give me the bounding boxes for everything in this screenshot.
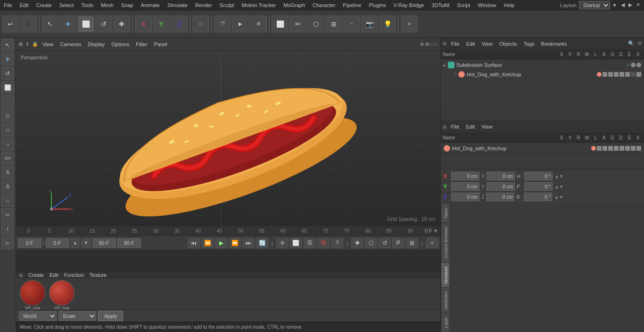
sidebar-magnet[interactable]: ⌇	[1, 222, 14, 235]
transform-tool[interactable]: ✚	[113, 16, 130, 32]
sidebar-texture[interactable]: S	[1, 166, 14, 179]
apply-button[interactable]: Apply	[98, 311, 124, 321]
obj-bookmarks-menu[interactable]: Bookmarks	[539, 40, 569, 48]
timeline-track[interactable]	[16, 250, 440, 272]
menu-mesh[interactable]: Mesh	[97, 1, 117, 9]
loop-btn[interactable]: 🔄	[256, 238, 268, 248]
menu-character[interactable]: Character	[309, 1, 339, 9]
sidebar-scale[interactable]: ⬜	[1, 81, 14, 94]
sidebar-edges[interactable]: ⬡	[1, 109, 14, 122]
current-frame-input[interactable]	[18, 238, 41, 248]
attr-hotdog-row[interactable]: Hot_Dog_with_Ketchup	[442, 144, 643, 154]
world-select[interactable]: World	[19, 311, 57, 321]
array-tool[interactable]: ⊞	[325, 16, 342, 32]
play-btn[interactable]: ▶	[215, 238, 227, 248]
sidebar-move[interactable]: ✛	[1, 53, 14, 66]
obj-subdivision-item[interactable]: ▸ Subdivision Surface ✓	[442, 60, 643, 70]
attr-edit-menu[interactable]: Edit	[464, 123, 477, 130]
attr-tag5[interactable]	[619, 146, 624, 151]
coord-x-size[interactable]	[487, 172, 515, 180]
axis-y[interactable]: Y	[153, 16, 170, 32]
multi-key-tool[interactable]: ⊞	[406, 238, 418, 248]
poly-tool[interactable]: ⬡	[307, 16, 324, 32]
coord-z-size[interactable]	[486, 193, 514, 201]
layout-close[interactable]: ✕	[634, 2, 642, 8]
view-menu[interactable]: View	[41, 40, 56, 48]
menu-render[interactable]: Render	[191, 1, 216, 9]
obj-hotdog-item[interactable]: └ Hot_Dog_with_Ketchup	[442, 70, 643, 79]
obj-hotdog-dot-orange[interactable]	[597, 72, 602, 77]
attr-tag1[interactable]	[597, 146, 602, 151]
object-mode[interactable]: □	[192, 16, 209, 32]
viewport-canvas[interactable]: Perspective Grid Spacing : 10 cm Z X Y	[16, 51, 440, 226]
material-ball-2[interactable]	[49, 280, 74, 306]
cube-object[interactable]: ⬜	[272, 16, 289, 32]
sidebar-polygon[interactable]: □	[1, 123, 14, 137]
menu-mograph[interactable]: MoGraph	[280, 1, 309, 9]
attr-expand[interactable]: ⊠	[443, 124, 446, 130]
sidebar-pointer[interactable]: ↖	[1, 39, 14, 52]
render-settings[interactable]: ⚙	[250, 16, 267, 32]
axis-x[interactable]: X	[135, 16, 152, 32]
coord-p-rot[interactable]	[524, 182, 553, 191]
obj-edit-menu[interactable]: Edit	[464, 40, 477, 48]
obj-expand[interactable]: ⊠	[443, 41, 446, 46]
obj-hotdog-tag2[interactable]	[608, 72, 613, 77]
sidebar-uvw[interactable]: UV	[1, 152, 14, 165]
obj-dot-gray2[interactable]	[636, 63, 641, 67]
tab-takes[interactable]: Takes	[441, 203, 449, 223]
menu-plugins[interactable]: Plugins	[365, 1, 389, 9]
menu-file[interactable]: File	[0, 1, 16, 9]
viewport-expand[interactable]: ⊠	[19, 41, 23, 47]
obj-hotdog-tag5[interactable]	[625, 72, 630, 77]
menu-snap[interactable]: Snap	[117, 1, 137, 9]
move-tool[interactable]: ✛	[59, 16, 76, 32]
next-frame-btn[interactable]: ⏩	[229, 238, 241, 248]
attr-tag7[interactable]	[631, 146, 636, 151]
coord-z-pos[interactable]	[451, 193, 479, 201]
sidebar-knife[interactable]: ✂	[1, 208, 14, 221]
tab-layer[interactable]: Layer	[441, 313, 449, 332]
timeline-view-btn[interactable]: ≡	[426, 238, 438, 248]
panel-menu[interactable]: Panel	[152, 40, 169, 48]
redo-button[interactable]: ⬛	[20, 16, 37, 32]
menu-3dtoall[interactable]: 3DToAll	[428, 1, 453, 9]
coord-b-rot[interactable]	[524, 193, 552, 201]
frame-down-btn[interactable]: ▼	[82, 238, 91, 248]
menu-pipeline[interactable]: Pipeline	[339, 1, 365, 9]
coord-b-arrow[interactable]: ▲▼	[554, 194, 563, 200]
coord-y-pos[interactable]	[451, 182, 479, 191]
layout-forward[interactable]: ▶	[627, 2, 634, 8]
end-frame-input[interactable]	[92, 238, 116, 248]
coord-y-size[interactable]	[487, 182, 515, 191]
rotate-tool[interactable]: ↺	[95, 16, 112, 32]
attr-tag6[interactable]	[625, 146, 630, 151]
attr-tag2[interactable]	[603, 146, 607, 151]
sidebar-paint[interactable]: S	[1, 180, 14, 193]
rotate-key-tool[interactable]: ↺	[379, 238, 391, 248]
layout-arrow[interactable]: ▼	[610, 2, 619, 8]
menu-edit[interactable]: Edit	[16, 1, 33, 9]
attr-dot-orange[interactable]	[591, 146, 596, 151]
coord-h-arrow[interactable]: ▲▼	[554, 174, 564, 179]
obj-hotdog-tag[interactable]	[603, 72, 607, 77]
obj-search[interactable]: 🔍	[628, 40, 635, 47]
scale-select[interactable]: Scale	[58, 311, 96, 321]
obj-settings[interactable]: ⚙	[637, 40, 642, 47]
record-btn[interactable]: ⦿	[317, 238, 330, 248]
display-menu[interactable]: Display	[86, 40, 107, 48]
menu-select[interactable]: Select	[56, 1, 78, 9]
menu-tools[interactable]: Tools	[77, 1, 97, 9]
spline-tool[interactable]: ~	[343, 16, 360, 32]
attr-tag4[interactable]	[614, 146, 619, 151]
sidebar-rotate[interactable]: ↺	[1, 67, 14, 80]
menu-animate[interactable]: Animate	[137, 1, 164, 9]
sidebar-points[interactable]: ·	[1, 95, 14, 108]
go-end-btn[interactable]: ⏭	[242, 238, 255, 248]
menu-window[interactable]: Window	[474, 1, 500, 9]
options-menu[interactable]: Options	[109, 40, 131, 48]
layout-select[interactable]: Startup	[579, 1, 610, 9]
obj-hotdog-tag4[interactable]	[619, 72, 624, 77]
auto-key[interactable]: ⦿	[304, 238, 316, 248]
menu-vray[interactable]: V-Ray Bridge	[390, 1, 428, 9]
